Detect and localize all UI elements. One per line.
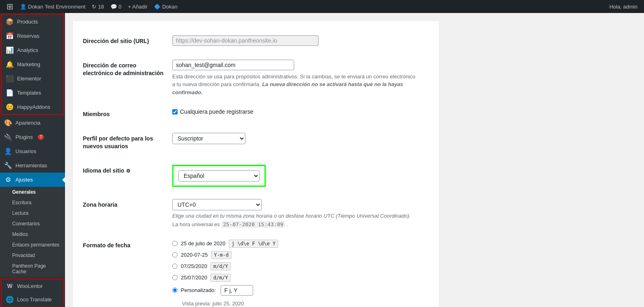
language-select[interactable]: Español <box>178 170 260 182</box>
timezone-select[interactable]: UTC+0 <box>172 199 262 210</box>
site-url-label: Dirección del sitio (URL) <box>83 38 149 44</box>
wp-logo-icon[interactable]: ⊞ <box>3 0 17 13</box>
date-radio-1[interactable] <box>172 241 178 246</box>
language-label: Idioma del sitio ⚙ <box>83 167 130 174</box>
sidebar-item-happyaddons[interactable]: 😊 HappyAddons <box>2 100 63 114</box>
email-description: Esta dirección se usa para propósitos ad… <box>172 73 416 97</box>
sidebar-item-label: Ajustes <box>15 177 33 183</box>
sidebar-item-herramientas[interactable]: 🔧 Herramientas <box>0 158 65 173</box>
date-option-1: 25 de julio de 2020 j \d\e F \d\e Y <box>172 240 429 248</box>
sidebar-item-analytics[interactable]: 📊 Analytics <box>2 43 63 57</box>
comments-icon: 💬 <box>111 4 117 10</box>
sidebar-item-products[interactable]: 📦 Products <box>2 15 63 29</box>
members-label: Miembros <box>83 111 110 117</box>
date-custom-input[interactable] <box>221 285 253 296</box>
woolentor-icon: W <box>6 283 14 289</box>
sidebar-item-marketing[interactable]: 🔔 Marketing <box>2 57 63 71</box>
email-input[interactable] <box>172 60 294 70</box>
members-checkbox-text: Cualquiera puede registrarse <box>180 108 254 115</box>
default-role-label: Perfil por defecto para los nuevos usuar… <box>83 135 153 150</box>
products-icon: 📦 <box>6 18 14 26</box>
timezone-label: Zona horaria <box>83 201 117 208</box>
submenu-pantheon[interactable]: Pantheon Page Cache <box>0 261 65 277</box>
date-option-2: 2020-07-25 Y-m-d <box>172 251 429 259</box>
default-role-row: Perfil por defecto para los nuevos usuar… <box>83 127 429 159</box>
translate-icon: ⚙ <box>126 168 130 174</box>
date-radio-custom[interactable] <box>172 288 178 293</box>
sidebar-item-templates[interactable]: 📄 Templates <box>2 86 63 100</box>
settings-form: Dirección del sitio (URL) Dirección de c… <box>73 21 439 307</box>
sidebar-item-usuarios[interactable]: 👤 Usuarios <box>0 144 65 158</box>
date-format-row: Formato de fecha 25 de julio de 2020 j \… <box>83 233 429 307</box>
date-code-4: d/m/Y <box>210 274 231 282</box>
sidebar-item-plugins[interactable]: 🔌 Plugins 7 <box>0 130 65 144</box>
email-row: Dirección de correo electrónico de admin… <box>83 54 429 103</box>
topbar: ⊞ 👤 Dokan Test Environment ↻ 18 💬 0 + Añ… <box>0 0 644 13</box>
members-checkbox-label[interactable]: Cualquiera puede registrarse <box>172 108 429 115</box>
date-radio-3[interactable] <box>172 264 178 269</box>
sidebar-item-label: Templates <box>17 90 41 96</box>
submenu-enlaces[interactable]: Enlaces permanentes <box>0 240 65 250</box>
site-url-input <box>172 35 319 46</box>
site-name[interactable]: 👤 Dokan Test Environment <box>17 0 89 13</box>
sidebar-item-label: Marketing <box>17 61 40 67</box>
language-select-wrapper: Español <box>172 165 266 187</box>
sidebar-item-label: Plugins <box>15 134 33 140</box>
sidebar-item-label: Analytics <box>17 47 38 53</box>
sidebar: 📦 Products 📅 Reservas 📊 Analytics 🔔 Mark… <box>0 13 65 307</box>
submenu-generales[interactable]: Generales <box>0 187 65 197</box>
date-code-1: j \d\e F \d\e Y <box>229 240 278 248</box>
date-label-3: 07/25/2020 <box>181 263 207 269</box>
sidebar-item-elementor[interactable]: ⬛ Elementor <box>2 71 63 86</box>
usuarios-icon: 👤 <box>4 147 12 155</box>
reservas-icon: 📅 <box>6 32 14 40</box>
apariencia-icon: 🎨 <box>4 119 12 127</box>
date-code-2: Y-m-d <box>211 251 232 259</box>
default-role-select[interactable]: Suscriptor <box>172 133 245 144</box>
sidebar-item-label: HappyAddons <box>17 104 50 110</box>
ajustes-submenu: Generales Escritura Lectura Comentarios … <box>0 187 65 277</box>
add-new-button[interactable]: + Añadir <box>125 0 151 13</box>
date-radio-2[interactable] <box>172 252 178 257</box>
submenu-comentarios[interactable]: Comentarios <box>0 218 65 229</box>
hello-admin[interactable]: Hola, admin <box>606 0 641 13</box>
sidebar-item-label: Elementor <box>17 76 41 82</box>
email-label: Dirección de correo electrónico de admin… <box>83 62 163 77</box>
plugins-badge: 7 <box>38 134 44 140</box>
sidebar-item-ajustes[interactable]: ⚙ Ajustes <box>0 173 65 187</box>
dokan-icon: 🔷 <box>154 4 160 10</box>
date-option-custom: Personalizado: <box>172 285 429 296</box>
dokan-item[interactable]: 🔷 Dokan <box>151 0 181 13</box>
marketing-icon: 🔔 <box>6 61 14 68</box>
sidebar-item-label: Loco Translate <box>17 296 52 303</box>
timezone-row: Zona horaria UTC+0 Elige una ciudad en t… <box>83 193 429 233</box>
date-format-label: Formato de fecha <box>83 242 130 249</box>
sidebar-item-woolentor[interactable]: W WooLentor <box>2 279 63 292</box>
sidebar-item-apariencia[interactable]: 🎨 Apariencia <box>0 116 65 130</box>
sidebar-item-label: Usuarios <box>15 148 36 154</box>
timezone-description: Elige una ciudad en tu misma zona horari… <box>172 213 429 219</box>
universal-time: La hora universal es 25-07-2020 15:43:09… <box>172 221 429 227</box>
date-preview-value: julio 25, 2020 <box>212 301 244 307</box>
language-row: Idioma del sitio ⚙ Español <box>83 159 429 193</box>
members-row: Miembros Cualquiera puede registrarse <box>83 102 429 127</box>
date-label-2: 2020-07-25 <box>181 252 208 258</box>
date-format-options: 25 de julio de 2020 j \d\e F \d\e Y 2020… <box>172 240 429 307</box>
submenu-escritura[interactable]: Escritura <box>0 197 65 208</box>
comments-item[interactable]: 💬 0 <box>107 0 125 13</box>
submenu-lectura[interactable]: Lectura <box>0 208 65 218</box>
elementor-icon: ⬛ <box>6 75 14 82</box>
sidebar-item-reservas[interactable]: 📅 Reservas <box>2 29 63 43</box>
date-radio-4[interactable] <box>172 275 178 280</box>
date-label-custom: Personalizado: <box>181 287 216 293</box>
submenu-medios[interactable]: Medios <box>0 229 65 240</box>
submenu-privacidad[interactable]: Privacidad <box>0 250 65 261</box>
sidebar-item-loco[interactable]: 🌐 Loco Translate <box>2 292 63 307</box>
members-checkbox[interactable] <box>172 109 178 115</box>
date-preview: Vista previa: julio 25, 2020 <box>172 301 429 307</box>
sidebar-item-label: WooLentor <box>17 283 43 289</box>
happyaddons-icon: 😊 <box>6 103 14 111</box>
sidebar-item-label: Apariencia <box>15 120 40 126</box>
updates-item[interactable]: ↻ 18 <box>89 0 107 13</box>
universal-time-value: 25-07-2020 15:43:09 <box>221 221 285 228</box>
